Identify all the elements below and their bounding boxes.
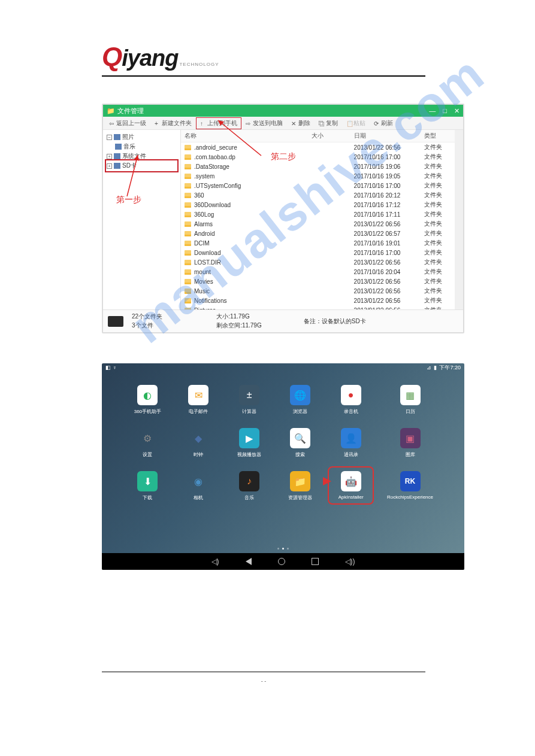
scrollbar[interactable] (455, 130, 463, 309)
cell-name: Android (181, 229, 308, 238)
free-space: 剩余空间:11.79G (216, 321, 262, 330)
app-item[interactable]: 🔍搜索 (285, 428, 315, 458)
tree-expander-icon[interactable]: + (107, 163, 112, 169)
tree-expander-icon[interactable]: − (107, 135, 112, 140)
app-item[interactable]: ✉电子邮件 (184, 385, 213, 415)
cell-date: 2017/10/16 19:05 (350, 171, 421, 181)
app-grid: ◐360手机助手✉电子邮件±计算器🌐浏览器●录音机▦日历⚙设置◆时钟▶视频播放器… (102, 372, 464, 501)
cell-size (308, 229, 350, 238)
table-row[interactable]: .com.taobao.dp2017/10/16 17:00文件夹 (181, 152, 463, 162)
col-date[interactable]: 日期 (350, 130, 421, 142)
notification-icon: ♀ (113, 365, 117, 371)
tree-item-label: 照片 (122, 133, 134, 141)
app-label: 下载 (143, 494, 152, 501)
app-item[interactable]: ◉相机 (184, 471, 213, 501)
app-item[interactable]: 👤通讯录 (336, 428, 365, 458)
cell-date: 2013/01/22 06:56 (350, 257, 421, 267)
app-item[interactable]: ▣图库 (387, 428, 433, 458)
upload-label: 上传到手机 (207, 119, 237, 127)
cell-name: LOST.DIR (181, 257, 308, 267)
app-icon: ▦ (400, 385, 421, 405)
app-icon: ◐ (137, 385, 158, 405)
folder-icon (115, 144, 122, 150)
table-row[interactable]: LOST.DIR2013/01/22 06:56文件夹 (181, 257, 463, 267)
volume-down-button[interactable]: ◁) (211, 557, 219, 566)
folder-count: 22个文件夹 (132, 312, 162, 321)
delete-button[interactable]: ✕删除 (288, 118, 314, 129)
app-item[interactable]: ◆时钟 (184, 428, 213, 458)
app-item[interactable]: ♪音乐 (235, 471, 264, 501)
maximize-button[interactable]: □ (443, 107, 447, 115)
cell-size (308, 162, 350, 171)
table-row[interactable]: 360Download2017/10/16 17:12文件夹 (181, 200, 463, 210)
col-name[interactable]: 名称 (181, 130, 308, 142)
table-row[interactable]: 3602017/10/16 20:12文件夹 (181, 190, 463, 200)
cell-name: mount (181, 267, 308, 277)
app-item[interactable]: ⚙设置 (133, 428, 162, 458)
cell-size (308, 305, 350, 309)
table-row[interactable]: DCIM2017/10/16 19:01文件夹 (181, 238, 463, 248)
app-item[interactable]: ◐360手机助手 (133, 385, 162, 415)
cell-name: Music (181, 286, 308, 296)
back-button[interactable]: ⇦返回上一级 (105, 118, 150, 129)
new-folder-label: 新建文件夹 (162, 119, 192, 127)
table-row[interactable]: .DataStorage2017/10/16 19:06文件夹 (181, 162, 463, 171)
app-icon: ⬇ (137, 471, 158, 491)
cell-name: Alarms (181, 219, 308, 229)
home-nav-button[interactable] (278, 558, 285, 565)
tree-item-sdcard[interactable]: +SD卡 (107, 161, 177, 171)
file-list[interactable]: 名称 大小 日期 类型 .android_secure2013/01/22 06… (181, 130, 463, 309)
tree-item-label: 音乐 (123, 142, 135, 151)
table-row[interactable]: mount2017/10/16 20:04文件夹 (181, 267, 463, 277)
paste-button[interactable]: 📋粘贴 (343, 118, 369, 129)
table-row[interactable]: .UTSystemConfig2017/10/16 17:00文件夹 (181, 181, 463, 190)
tree-item[interactable]: +系统文件 (107, 151, 177, 161)
app-label: 相机 (194, 494, 203, 501)
cell-date: 2013/01/22 06:56 (350, 286, 421, 296)
recents-nav-button[interactable] (312, 558, 319, 565)
close-button[interactable]: ✕ (454, 107, 460, 115)
upload-button[interactable]: ↑上传到手机 (197, 118, 241, 129)
table-row[interactable]: Music2013/01/22 06:56文件夹 (181, 286, 463, 296)
cell-date: 2017/10/16 17:00 (350, 181, 421, 190)
logo-subtitle: TECHNOLOGY (179, 62, 219, 67)
download-button[interactable]: ⇨发送到电脑 (242, 118, 286, 129)
wifi-icon: ⊿ (427, 365, 431, 371)
back-nav-button[interactable] (246, 558, 252, 565)
tree-item[interactable]: 音乐 (107, 142, 177, 151)
table-row[interactable]: .android_secure2013/01/22 06:56文件夹 (181, 142, 463, 153)
app-item[interactable]: 🌐浏览器 (285, 385, 315, 415)
app-item[interactable]: ●录音机 (336, 385, 365, 415)
minimize-button[interactable]: — (429, 107, 436, 115)
table-row[interactable]: Download2017/10/16 17:00文件夹 (181, 248, 463, 257)
new-folder-button[interactable]: +新建文件夹 (151, 118, 195, 129)
android-status-bar: ◧ ♀ ⊿ ▮ 下午7:20 (102, 363, 464, 372)
folder-tree[interactable]: −照片音乐+系统文件+SD卡 (103, 130, 181, 309)
cell-name: .android_secure (181, 142, 308, 153)
table-row[interactable]: .system2017/10/16 19:05文件夹 (181, 171, 463, 181)
cell-name: 360 (181, 190, 308, 200)
table-row[interactable]: Pictures2013/01/22 06:56文件夹 (181, 305, 463, 309)
table-row[interactable]: Android2013/01/22 06:57文件夹 (181, 229, 463, 238)
table-row[interactable]: Notifications2013/01/22 06:56文件夹 (181, 296, 463, 305)
app-apkinstaller[interactable]: 🤖ApkInstaller (336, 471, 365, 501)
delete-icon: ✕ (291, 120, 297, 126)
app-item[interactable]: ±计算器 (235, 385, 264, 415)
app-item[interactable]: ⬇下载 (133, 471, 162, 501)
app-item[interactable]: ▦日历 (387, 385, 433, 415)
table-row[interactable]: 360Log2017/10/16 17:11文件夹 (181, 210, 463, 219)
tree-item[interactable]: −照片 (107, 132, 177, 142)
app-label: 视频播放器 (237, 451, 261, 458)
window-titlebar[interactable]: 📁 文件管理 — □ ✕ (103, 105, 463, 117)
tree-expander-icon[interactable]: + (107, 154, 112, 159)
copy-button[interactable]: ⿻复制 (315, 118, 341, 129)
cell-size (308, 219, 350, 229)
table-row[interactable]: Movies2013/01/22 06:56文件夹 (181, 277, 463, 286)
volume-up-button[interactable]: ◁)) (345, 557, 355, 566)
col-size[interactable]: 大小 (308, 130, 350, 142)
app-item[interactable]: RKRockchipsExperience (387, 471, 433, 501)
back-icon: ⇦ (109, 120, 114, 126)
table-row[interactable]: Alarms2013/01/22 06:56文件夹 (181, 219, 463, 229)
app-item[interactable]: ▶视频播放器 (235, 428, 264, 458)
refresh-button[interactable]: ⟳刷新 (370, 118, 397, 129)
